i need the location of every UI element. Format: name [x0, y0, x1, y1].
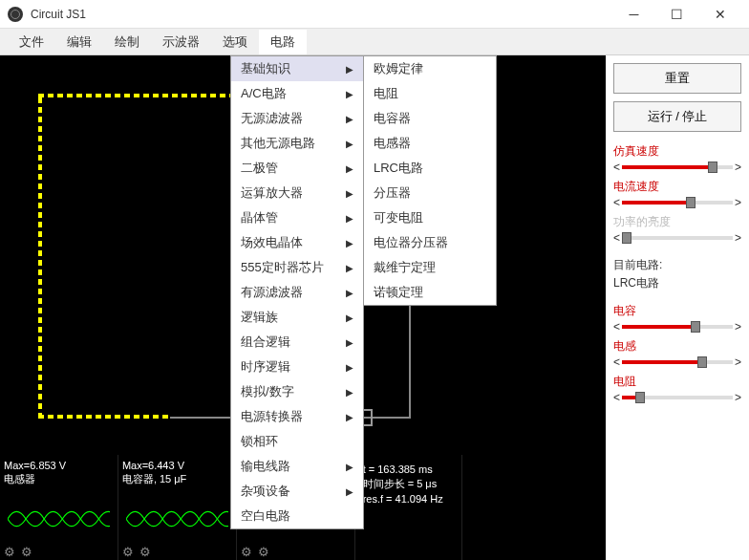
gear-icon[interactable]: ⚙ [21, 545, 34, 558]
maximize-button[interactable]: ☐ [655, 0, 698, 29]
submenu-item[interactable]: 电位器分压器 [364, 230, 496, 255]
wire[interactable] [38, 94, 42, 419]
scope-comp: 电感器 [4, 472, 114, 485]
wire[interactable] [38, 415, 172, 419]
submenu-item[interactable]: 时序逻辑▶ [231, 355, 363, 379]
scope-2[interactable]: Max=6.443 V 电容器, 15 μF ⚙⚙ [118, 455, 237, 560]
submenu-item[interactable]: 可变电阻 [364, 205, 496, 230]
menu-circuit[interactable]: 电路 [259, 30, 307, 54]
submenu-item[interactable]: 晶体管▶ [231, 205, 363, 230]
menu-options[interactable]: 选项 [211, 30, 259, 54]
gear-icon[interactable]: ⚙ [139, 545, 153, 558]
submenu-item[interactable]: 锁相环 [231, 429, 363, 454]
menu-scope[interactable]: 示波器 [151, 30, 211, 54]
submenu-item[interactable]: 空白电路 [231, 504, 363, 528]
status-freq: res.f = 41.094 Hz [363, 492, 454, 506]
runstop-button[interactable]: 运行 / 停止 [613, 101, 741, 132]
gear-icon[interactable]: ⚙ [241, 545, 254, 558]
gear-icon[interactable]: ⚙ [4, 545, 17, 558]
side-panel: 重置 运行 / 停止 仿真速度<>电流速度<>功率的亮度<> 目前电路: LRC… [606, 55, 749, 560]
submenu-item[interactable]: 电感器 [364, 131, 496, 156]
scope-1[interactable]: Max=6.853 V 电感器 ⚙⚙ [0, 455, 118, 560]
circuit-canvas[interactable]: 100 基础知识▶A/C电路▶无源滤波器▶其他无源电路▶二极管▶运算放大器▶晶体… [0, 55, 606, 560]
submenu-item[interactable]: 电阻 [364, 81, 496, 106]
status-step: 时间步长 = 5 μs [363, 477, 454, 491]
basics-submenu: 欧姆定律电阻电容器电感器LRC电路分压器可变电阻电位器分压器戴维宁定理诺顿定理 [363, 55, 497, 306]
slider-label: 电阻 [613, 374, 741, 390]
slider[interactable]: <> [613, 390, 741, 405]
slider[interactable]: <> [613, 230, 741, 246]
submenu-item[interactable]: 基础知识▶ [231, 56, 363, 81]
app-icon [8, 7, 23, 22]
submenu-item[interactable]: 有源滤波器▶ [231, 280, 363, 305]
gear-icon[interactable]: ⚙ [122, 545, 136, 558]
submenu-item[interactable]: 无源滤波器▶ [231, 106, 363, 131]
menu-draw[interactable]: 绘制 [103, 30, 151, 54]
scope-max: Max=6.443 V [122, 459, 232, 472]
menu-edit[interactable]: 编辑 [55, 30, 103, 54]
submenu-item[interactable]: 二极管▶ [231, 156, 363, 181]
slider-label: 电容 [613, 303, 741, 319]
slider-label: 功率的亮度 [613, 214, 741, 230]
submenu-item[interactable]: 场效电晶体▶ [231, 230, 363, 255]
submenu-item[interactable]: 杂项设备▶ [231, 479, 363, 504]
slider-label: 电流速度 [613, 179, 741, 195]
current-circuit-value: LRC电路 [613, 275, 741, 291]
submenu-item[interactable]: 分压器 [364, 181, 496, 205]
slider[interactable]: <> [613, 319, 741, 334]
submenu-item[interactable]: 欧姆定律 [364, 56, 496, 81]
status-time: t = 163.385 ms [363, 463, 454, 477]
submenu-item[interactable]: 输电线路▶ [231, 454, 363, 479]
submenu-item[interactable]: A/C电路▶ [231, 81, 363, 106]
submenu-item[interactable]: 555定时器芯片▶ [231, 255, 363, 280]
submenu-item[interactable]: 运算放大器▶ [231, 181, 363, 205]
circuit-submenu: 基础知识▶A/C电路▶无源滤波器▶其他无源电路▶二极管▶运算放大器▶晶体管▶场效… [230, 55, 364, 529]
current-circuit-label: 目前电路: [613, 257, 741, 273]
close-button[interactable]: ✕ [698, 0, 741, 29]
slider[interactable]: <> [613, 160, 741, 175]
status-panel: t = 163.385 ms 时间步长 = 5 μs res.f = 41.09… [355, 455, 462, 560]
gear-icon[interactable]: ⚙ [258, 545, 271, 558]
reset-button[interactable]: 重置 [613, 63, 741, 94]
slider-label: 仿真速度 [613, 143, 741, 160]
scope-max: Max=6.853 V [4, 459, 114, 472]
scope-comp: 电容器, 15 μF [122, 472, 232, 485]
submenu-item[interactable]: 诺顿定理 [364, 280, 496, 305]
window-title: Circuit JS1 [31, 8, 612, 21]
submenu-item[interactable]: 电容器 [364, 106, 496, 131]
submenu-item[interactable]: 模拟/数字▶ [231, 379, 363, 404]
minimize-button[interactable]: ─ [612, 0, 655, 29]
submenu-item[interactable]: 其他无源电路▶ [231, 131, 363, 156]
slider[interactable]: <> [613, 355, 741, 370]
submenu-item[interactable]: 电源转换器▶ [231, 404, 363, 429]
menubar: 文件 编辑 绘制 示波器 选项 电路 [0, 29, 749, 55]
submenu-item[interactable]: 逻辑族▶ [231, 305, 363, 330]
submenu-item[interactable]: 戴维宁定理 [364, 255, 496, 280]
slider-label: 电感 [613, 338, 741, 355]
submenu-item[interactable]: 组合逻辑▶ [231, 330, 363, 355]
menu-file[interactable]: 文件 [8, 30, 55, 54]
slider[interactable]: <> [613, 195, 741, 210]
submenu-item[interactable]: LRC电路 [364, 156, 496, 181]
